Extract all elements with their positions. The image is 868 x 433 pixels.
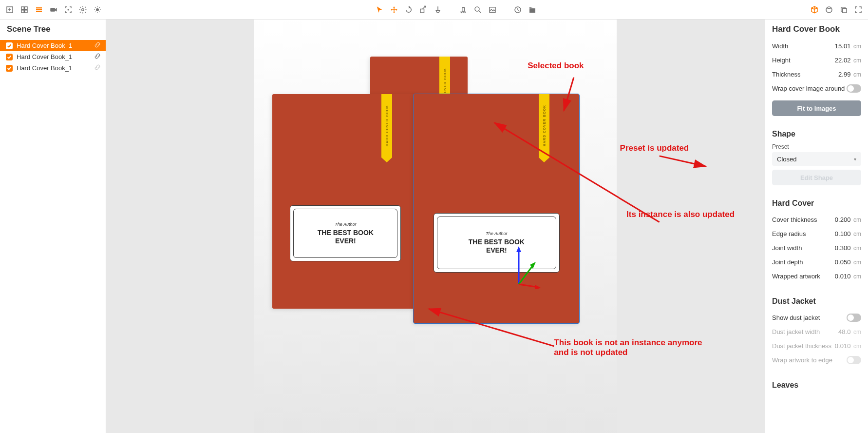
fit-to-images-button[interactable]: Fit to images	[772, 100, 861, 116]
ground-icon[interactable]	[456, 3, 470, 17]
height-label: Height	[772, 57, 791, 64]
svg-line-31	[660, 156, 706, 166]
visibility-checkbox[interactable]	[6, 65, 13, 72]
select-tool-icon[interactable]	[373, 3, 386, 17]
svg-rect-20	[529, 8, 535, 12]
link-icon	[94, 41, 101, 50]
link-icon	[94, 53, 101, 61]
book-selected[interactable]: HARD COVER BOOK The Author THE BEST BOOK…	[414, 94, 579, 323]
rotate-tool-icon[interactable]	[402, 3, 415, 17]
wrap-artwork-label: Wrap artwork to edge	[772, 356, 832, 364]
image-icon[interactable]	[486, 3, 499, 17]
tree-item-label: Hard Cover Book_1	[17, 53, 90, 60]
time-icon[interactable]	[511, 3, 525, 17]
link-icon	[94, 64, 101, 72]
svg-point-21	[826, 7, 832, 13]
dustjacket-heading: Dust Jacket	[772, 297, 861, 306]
tree-item-label: Hard Cover Book_1	[17, 42, 90, 49]
svg-point-12	[82, 8, 84, 11]
hardcover-heading: Hard Cover	[772, 199, 861, 208]
scene-tree-panel: Scene Tree Hard Cover Book_1Hard Cover B…	[0, 20, 106, 433]
width-label: Width	[772, 42, 788, 50]
tree-item-0[interactable]: Hard Cover Book_1	[0, 40, 106, 51]
shape-heading: Shape	[772, 130, 861, 138]
camera-icon[interactable]	[47, 3, 60, 17]
annotation-instance-updated: Its instance is also updated	[626, 210, 735, 219]
svg-point-16	[475, 7, 479, 11]
top-toolbar	[0, 0, 868, 20]
thickness-value[interactable]: 2.99	[838, 71, 850, 78]
annotation-preset-updated: Preset is updated	[620, 143, 689, 153]
tree-item-2[interactable]: Hard Cover Book_1	[0, 62, 106, 74]
show-dustjacket-toggle[interactable]	[847, 314, 861, 322]
book-not-instance[interactable]: HARD COVER BOOK The Author THE BEST BOOK…	[272, 94, 418, 309]
wrap-cover-toggle[interactable]	[847, 84, 861, 93]
svg-rect-10	[50, 8, 55, 12]
visibility-checkbox[interactable]	[6, 42, 13, 49]
brightness-icon[interactable]	[91, 3, 104, 17]
svg-rect-3	[21, 7, 24, 9]
height-value[interactable]: 22.02	[835, 57, 851, 64]
leaves-heading: Leaves	[772, 381, 861, 390]
svg-rect-5	[21, 10, 24, 12]
tree-item-1[interactable]: Hard Cover Book_1	[0, 51, 106, 62]
tree-item-label: Hard Cover Book_1	[17, 64, 90, 72]
move-tool-icon[interactable]	[387, 3, 401, 17]
svg-line-17	[479, 11, 481, 13]
width-value[interactable]: 15.01	[835, 42, 851, 50]
add-icon[interactable]	[3, 3, 17, 17]
svg-rect-6	[25, 10, 27, 12]
svg-rect-4	[25, 7, 27, 9]
svg-rect-23	[843, 8, 847, 12]
svg-rect-15	[462, 7, 465, 11]
material-icon[interactable]	[822, 3, 836, 17]
cube-icon[interactable]	[808, 3, 821, 17]
svg-rect-14	[420, 9, 424, 13]
scale-tool-icon[interactable]	[416, 3, 430, 17]
layer-icon[interactable]	[837, 3, 850, 17]
scene-tree-title: Scene Tree	[0, 20, 106, 38]
svg-point-11	[68, 9, 69, 10]
properties-panel: Hard Cover Book Width 15.01 cm Height 22…	[765, 20, 868, 433]
fullscreen-icon[interactable]	[851, 3, 865, 17]
panel-title: Hard Cover Book	[772, 24, 861, 34]
visibility-checkbox[interactable]	[6, 54, 13, 60]
thickness-label: Thickness	[772, 71, 801, 78]
preset-select[interactable]: Closed▾	[772, 152, 861, 166]
preset-label: Preset	[772, 143, 861, 150]
wrap-artwork-toggle	[847, 356, 861, 364]
snap-tool-icon[interactable]	[431, 3, 445, 17]
search-icon[interactable]	[471, 3, 485, 17]
wrap-cover-label: Wrap cover image around	[772, 85, 845, 92]
focus-icon[interactable]	[61, 3, 75, 17]
svg-rect-18	[490, 7, 495, 12]
viewport[interactable]: HARD COVER BOOK The Author THE BEST BOOK…	[106, 20, 765, 433]
svg-point-13	[96, 8, 99, 11]
clapper-icon[interactable]	[526, 3, 539, 17]
gear-icon[interactable]	[76, 3, 90, 17]
show-dustjacket-label: Show dust jacket	[772, 314, 820, 321]
list-icon[interactable]	[32, 3, 46, 17]
grid-icon[interactable]	[18, 3, 31, 17]
edit-shape-button: Edit Shape	[772, 170, 861, 185]
